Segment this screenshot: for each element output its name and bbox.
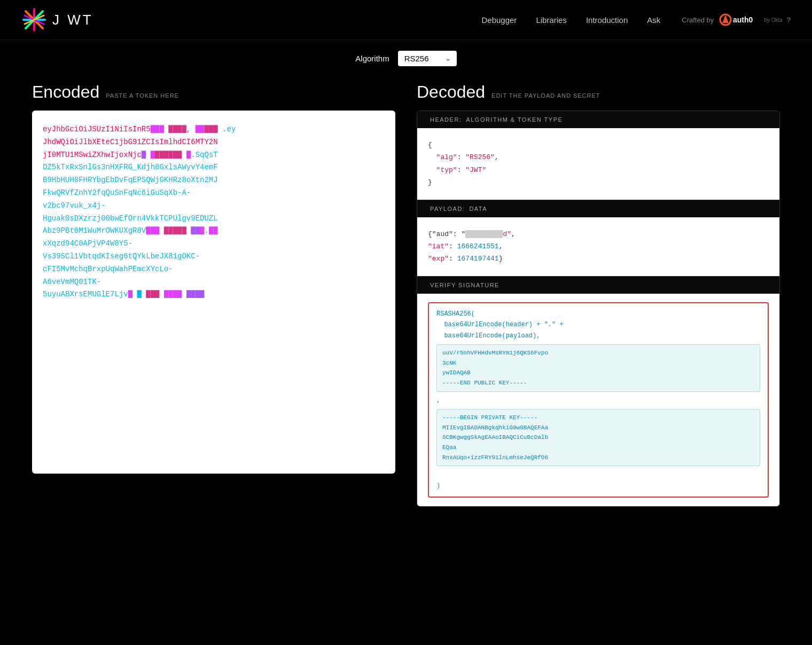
verify-outer-box: RSASHA256( base64UrlEncode(header) + "."… — [428, 302, 769, 498]
pub-key-line-3: ywIDAQAB — [442, 369, 471, 376]
nav-introduction[interactable]: Introduction — [586, 15, 628, 25]
header-section: HEADER:ALGORITHM & TOKEN TYPE { "alg": "… — [417, 111, 779, 200]
logo-icon — [21, 7, 47, 33]
navbar: J WT Debugger Libraries Introduction Ask… — [0, 0, 812, 40]
algo-select[interactable]: RS256 HS256 HS384 HS512 RS384 RS512 ES25… — [398, 51, 457, 66]
payload-label: PAYLOAD:DATA — [417, 200, 779, 217]
decoded-box: HEADER:ALGORITHM & TOKEN TYPE { "alg": "… — [417, 111, 780, 507]
priv-key-line-3: SCBKgwggSkAgEAAoIBAQCiCuBcDalb — [442, 434, 548, 441]
logo[interactable]: J WT — [21, 7, 93, 33]
crafted-by: Crafted by auth0 by Okta ? — [682, 12, 791, 27]
encoded-title: Encoded — [32, 82, 99, 102]
algo-select-wrapper: RS256 HS256 HS384 HS512 RS384 RS512 ES25… — [398, 51, 457, 66]
nav-links: Debugger Libraries Introduction Ask — [481, 15, 660, 25]
pub-key-line-1: uuV/r5nhVFHHdvMsRYm1j6QKS6Fvpo — [442, 350, 548, 356]
private-key-box[interactable]: -----BEGIN PRIVATE KEY----- MIIEvgIBADAN… — [436, 409, 760, 466]
header-sub-text: ALGORITHM & TOKEN TYPE — [466, 116, 563, 123]
verify-close: ) — [436, 482, 440, 490]
nav-debugger[interactable]: Debugger — [481, 15, 517, 25]
payload-section: PAYLOAD:DATA {"aud": "█████████d", "iat"… — [417, 200, 779, 277]
nav-libraries[interactable]: Libraries — [536, 15, 567, 25]
auth0-logo: auth0 by Okta — [718, 12, 782, 27]
header-label: HEADER:ALGORITHM & TOKEN TYPE — [417, 111, 779, 128]
auth0-svg: auth0 — [718, 12, 761, 27]
verify-label: VERIFY SIGNATURE — [417, 277, 779, 294]
encoded-subtitle: PASTE A TOKEN HERE — [106, 92, 179, 99]
pub-key-line-4: -----END PUBLIC KEY----- — [442, 380, 527, 386]
header-content[interactable]: { "alg": "RS256", "typ": "JWT" } — [417, 128, 779, 200]
encoded-box[interactable]: eyJhbGciOiJSUzI1NiIsInR5███ ████, █████ … — [32, 111, 395, 474]
algo-label: Algorithm — [355, 54, 389, 63]
decoded-title: Decoded — [417, 82, 485, 102]
header-label-text: HEADER: — [430, 116, 462, 123]
priv-key-line-4: EQaa — [442, 444, 456, 451]
algorithm-bar: Algorithm RS256 HS256 HS384 HS512 RS384 … — [0, 40, 812, 72]
pub-key-line-2: 3cNK — [442, 360, 456, 366]
by-okta-text: by Okta — [764, 17, 782, 23]
payload-label-text: PAYLOAD: — [430, 206, 465, 212]
priv-key-line-5: RnxAUqo+izzFRY91lnLmhseJeQRfO6 — [442, 454, 548, 461]
verify-fn: RSASHA256( — [436, 310, 475, 318]
svg-text:auth0: auth0 — [733, 15, 753, 24]
main-content: Encoded PASTE A TOKEN HERE eyJhbGciOiJSU… — [0, 72, 812, 645]
logo-text: J WT — [52, 12, 93, 28]
priv-key-line-2: MIIEvgIBADANBgkqhkiG9w0BAQEFAa — [442, 424, 548, 431]
priv-key-line-1: -----BEGIN PRIVATE KEY----- — [442, 414, 537, 421]
nav-ask[interactable]: Ask — [647, 15, 660, 25]
encoded-header: Encoded PASTE A TOKEN HERE — [32, 82, 395, 102]
encoded-panel: Encoded PASTE A TOKEN HERE eyJhbGciOiJSU… — [32, 82, 411, 626]
payload-sub-text: DATA — [469, 206, 487, 212]
public-key-box[interactable]: uuV/r5nhVFHHdvMsRYm1j6QKS6Fvpo 3cNK ywID… — [436, 344, 760, 392]
decoded-panel: Decoded EDIT THE PAYLOAD AND SECRET HEAD… — [411, 82, 780, 626]
verify-content[interactable]: RSASHA256( base64UrlEncode(header) + "."… — [417, 294, 779, 507]
help-icon[interactable]: ? — [787, 16, 791, 24]
verify-label-text: VERIFY SIGNATURE — [430, 282, 499, 288]
decoded-subtitle: EDIT THE PAYLOAD AND SECRET — [491, 92, 600, 99]
verify-args2: base64UrlEncode(payload), — [444, 332, 540, 340]
crafted-by-text: Crafted by — [682, 16, 714, 24]
verify-args: base64UrlEncode(header) + "." + — [444, 321, 563, 328]
payload-content[interactable]: {"aud": "█████████d", "iat": 1666241551,… — [417, 217, 779, 276]
verify-section: VERIFY SIGNATURE RSASHA256( base64UrlEnc… — [417, 277, 779, 507]
decoded-header: Decoded EDIT THE PAYLOAD AND SECRET — [417, 82, 780, 102]
